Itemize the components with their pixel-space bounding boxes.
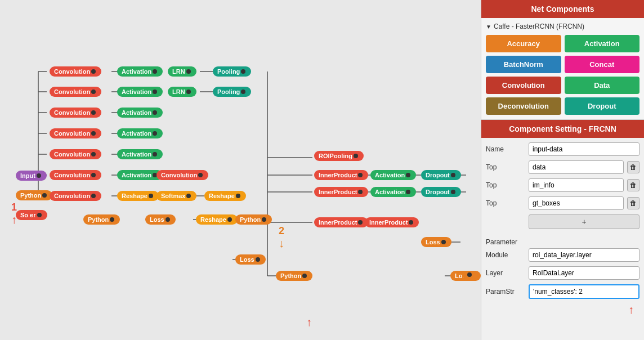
node-reshape2[interactable]: Reshape [204, 191, 246, 201]
node-act1[interactable]: Activation [117, 66, 163, 77]
node-loss-right[interactable]: Loss [421, 237, 451, 247]
node-pool1[interactable]: Pooling [213, 66, 251, 77]
parameter-group: Parameter Module Layer ParamStr [486, 238, 639, 299]
node-inner3[interactable]: InnerProduct [314, 217, 368, 227]
paramstr-input[interactable] [529, 284, 639, 299]
setting-top3-row: Top 🗑 [486, 196, 639, 210]
top2-input[interactable] [529, 178, 624, 192]
node-lrn1[interactable]: LRN [168, 66, 196, 77]
comp-concat-btn[interactable]: Concat [565, 56, 640, 73]
node-conv2[interactable]: Convolution [50, 87, 101, 97]
node-act6[interactable]: Activation [117, 170, 163, 180]
node-python-bottom[interactable]: Python [276, 271, 312, 281]
node-dropout2[interactable]: Dropout [421, 187, 461, 197]
setting-top2-row: Top 🗑 [486, 178, 639, 192]
node-python-mid2[interactable]: Python [235, 214, 272, 225]
layer-row: Layer [486, 266, 639, 280]
node-act2[interactable]: Activation [117, 87, 163, 97]
node-conv6[interactable]: Convolution [50, 170, 101, 180]
param-header-row: Parameter [486, 238, 639, 246]
node-input[interactable]: Input [16, 171, 47, 181]
node-loss2[interactable]: Loss [235, 254, 266, 265]
right-panel: Net Components Caffe - FasterRCNN (FRCNN… [481, 0, 644, 340]
components-grid: Accuracy Activation BatchNorm Concat Con… [486, 35, 639, 115]
parameter-label: Parameter [486, 238, 525, 246]
node-lrn2[interactable]: LRN [168, 87, 196, 97]
node-python-mid1[interactable]: Python [83, 214, 120, 225]
node-conv3[interactable]: Convolution [50, 108, 101, 118]
top2-label: Top [486, 181, 525, 189]
node-conv4[interactable]: Convolution [50, 128, 101, 138]
node-inner2[interactable]: InnerProduct [314, 187, 368, 197]
annotation-2: 2 ↓ [279, 225, 284, 250]
name-label: Name [486, 145, 525, 153]
top1-label: Top [486, 163, 525, 171]
caffe-title: Caffe - FasterRCNN (FRCNN) [486, 23, 639, 30]
node-python-left[interactable]: Python [16, 190, 52, 200]
layer-label: Layer [486, 269, 525, 277]
node-loss1[interactable]: Loss [145, 214, 176, 225]
top3-input[interactable] [529, 196, 624, 210]
top3-label: Top [486, 199, 525, 207]
node-conv5[interactable]: Convolution [50, 149, 101, 159]
module-input[interactable] [529, 248, 639, 262]
comp-activation-btn[interactable]: Activation [565, 35, 640, 52]
canvas-area: 1 ↑ 2 ↓ Input Python So er Convolution A… [0, 0, 481, 340]
node-inner4[interactable]: InnerProduct [365, 217, 419, 227]
top1-delete-btn[interactable]: 🗑 [627, 161, 639, 173]
node-solver[interactable]: So er [16, 210, 47, 220]
node-conv7[interactable]: Convolution [156, 170, 208, 180]
setting-top1-row: Top 🗑 [486, 160, 639, 174]
comp-accuracy-btn[interactable]: Accuracy [486, 35, 561, 52]
node-roipooling[interactable]: ROIPooling [314, 151, 364, 161]
comp-deconvolution-btn[interactable]: Deconvolution [486, 97, 561, 115]
bottom-cursor-arrow: ↑ [306, 316, 312, 329]
setting-name-row: Name [486, 142, 639, 156]
node-reshape1[interactable]: Reshape [117, 191, 159, 201]
name-input[interactable] [529, 142, 639, 156]
node-act-r1[interactable]: Activation [370, 170, 416, 180]
node-dropout1[interactable]: Dropout [421, 170, 461, 180]
top3-delete-btn[interactable]: 🗑 [627, 197, 639, 209]
comp-batchnorm-btn[interactable]: BatchNorm [486, 56, 561, 73]
node-act4[interactable]: Activation [117, 128, 163, 138]
module-label: Module [486, 251, 525, 259]
top2-delete-btn[interactable]: 🗑 [627, 179, 639, 191]
node-inner1[interactable]: InnerProduct [314, 170, 368, 180]
comp-data-btn[interactable]: Data [565, 77, 640, 94]
net-components-header: Net Components [481, 0, 644, 18]
top1-input[interactable] [529, 160, 624, 174]
paramstr-label: ParamStr [486, 288, 525, 296]
comp-dropout-btn[interactable]: Dropout [565, 97, 640, 115]
bottom-cursor-indicator: ↑ [486, 303, 639, 316]
node-act-r2[interactable]: Activation [370, 187, 416, 197]
node-softmax1[interactable]: Softmax [156, 191, 196, 201]
layer-input[interactable] [529, 266, 639, 280]
node-loss-right2[interactable] [462, 271, 477, 279]
paramstr-row: ParamStr [486, 284, 639, 299]
node-pool2[interactable]: Pooling [213, 87, 251, 97]
settings-area: Name Top 🗑 Top 🗑 Top 🗑 + Paramet [481, 138, 644, 340]
node-reshape3[interactable]: Reshape [196, 214, 238, 225]
comp-convolution-btn[interactable]: Convolution [486, 77, 561, 94]
node-conv8[interactable]: Convolution [50, 191, 101, 201]
add-top-btn[interactable]: + [529, 214, 639, 229]
component-setting-header: Component Setting - FRCNN [481, 120, 644, 138]
net-components-section: Caffe - FasterRCNN (FRCNN) Accuracy Acti… [481, 18, 644, 120]
node-conv1[interactable]: Convolution [50, 66, 101, 77]
node-act5[interactable]: Activation [117, 149, 163, 159]
node-act3[interactable]: Activation [117, 108, 163, 118]
module-row: Module [486, 248, 639, 262]
